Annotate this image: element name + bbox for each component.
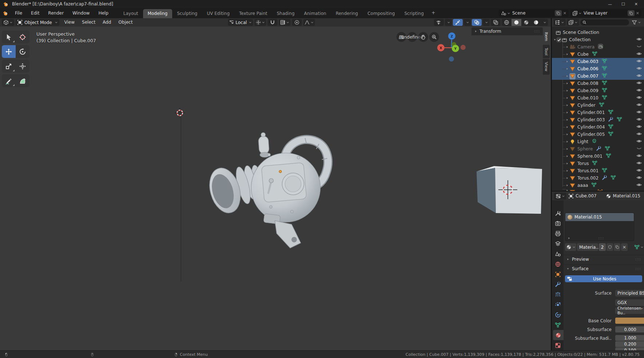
outliner-row[interactable]: Sphere <box>552 145 644 153</box>
subsurface-radius-value-1[interactable]: 0.200 <box>615 341 644 347</box>
material-users-count[interactable]: 2 <box>599 243 606 251</box>
disclosure-right-icon[interactable] <box>566 53 569 56</box>
fake-user-button[interactable] <box>607 243 613 251</box>
new-view-layer-button[interactable] <box>628 10 635 16</box>
eye-toggle[interactable] <box>636 160 642 167</box>
outliner-row[interactable]: Cylinder.005 <box>552 131 644 138</box>
disclosure-right-icon[interactable] <box>566 169 569 172</box>
subsurface-method-dropdown[interactable]: Christensen-Bu.. <box>615 307 644 314</box>
material-slot[interactable]: Material.015 <box>565 213 634 221</box>
disclosure-right-icon[interactable] <box>566 147 569 150</box>
eye-toggle[interactable] <box>636 87 642 94</box>
remove-view-layer-button[interactable]: ✕ <box>636 11 639 16</box>
link-mesh-dropdown[interactable] <box>634 243 644 251</box>
surface-shader-button[interactable]: Principled BS.. <box>615 290 644 296</box>
gizmos-toggle[interactable] <box>453 19 463 26</box>
eye-toggle[interactable] <box>636 66 642 72</box>
tool-select[interactable] <box>2 31 16 43</box>
outliner-row[interactable]: Cube.003 <box>552 58 644 65</box>
outliner-row-scene-collection[interactable]: Scene Collection <box>552 29 644 36</box>
properties-tab-data[interactable] <box>552 320 564 330</box>
visibility-dropdown[interactable] <box>434 19 444 26</box>
workspace-tab-shading[interactable]: Shading <box>272 9 299 18</box>
workspace-tab-uv-editing[interactable]: UV Editing <box>202 9 234 18</box>
disclosure-right-icon[interactable] <box>566 67 569 70</box>
outliner-row[interactable]: Cylinder.001 <box>552 109 644 116</box>
outliner-row[interactable]: Cylinder.004 <box>552 123 644 131</box>
menu-edit[interactable]: Edit <box>27 8 44 18</box>
snap-toggle[interactable] <box>268 19 277 26</box>
tool-transform[interactable] <box>16 60 29 72</box>
eye-toggle[interactable] <box>636 36 642 43</box>
material-slot-list[interactable]: Material.015 :::: <box>565 213 634 241</box>
disclosure-right-icon[interactable] <box>566 162 569 165</box>
disclosure-right-icon[interactable] <box>566 82 569 85</box>
axis-neg-z[interactable] <box>449 56 454 62</box>
zoom-view-button[interactable] <box>429 32 439 42</box>
properties-tab-object[interactable] <box>552 269 564 279</box>
distribution-dropdown[interactable]: GGX <box>615 299 644 306</box>
close-button[interactable]: ✕ <box>635 2 638 7</box>
eye-toggle[interactable] <box>636 153 642 160</box>
tool-move[interactable] <box>2 45 16 58</box>
outliner-row[interactable]: Cube.006 <box>552 65 644 72</box>
disclosure-right-icon[interactable] <box>566 126 569 129</box>
shading-rendered[interactable] <box>531 19 541 26</box>
raygun-model[interactable] <box>205 133 328 248</box>
mode-dropdown[interactable]: Object Mode <box>16 19 59 26</box>
overlays-toggle[interactable] <box>472 19 482 26</box>
tool-rotate[interactable] <box>16 45 29 58</box>
outliner-row[interactable]: Camera <box>552 43 644 51</box>
eye-toggle[interactable] <box>636 80 642 87</box>
shading-dropdown[interactable] <box>541 19 548 26</box>
eye-toggle[interactable] <box>636 109 642 116</box>
workspace-tab-layout[interactable]: Layout <box>119 9 143 18</box>
properties-tab-material[interactable] <box>553 330 564 340</box>
properties-editor-type-button[interactable] <box>554 193 566 200</box>
tool-measure[interactable] <box>16 74 29 87</box>
disclosure-right-icon[interactable] <box>566 133 569 136</box>
viewport-3d[interactable]: Z X Y User Perspective (39) Collection |… <box>0 27 551 350</box>
app-menu-icon[interactable] <box>3 11 8 16</box>
workspace-tab-compositing[interactable]: Compositing <box>363 9 399 18</box>
outliner-row[interactable]: Sphere.001 <box>552 153 644 160</box>
transform-orientation[interactable]: Local <box>228 19 253 26</box>
proportional-editing[interactable] <box>292 19 302 26</box>
disclosure-right-icon[interactable] <box>566 118 569 121</box>
pan-view-button[interactable] <box>418 32 428 42</box>
subsurface-slider[interactable]: 0.000 <box>615 326 644 333</box>
workspace-tab-modeling[interactable]: Modeling <box>143 9 173 18</box>
unlink-material-button[interactable]: ✕ <box>621 243 628 251</box>
disclosure-right-icon[interactable] <box>566 75 569 78</box>
properties-tab-particles[interactable] <box>552 290 564 300</box>
maximize-button[interactable]: ☐ <box>621 2 625 7</box>
disclosure-right-icon[interactable] <box>566 97 569 99</box>
eye-toggle[interactable] <box>636 117 642 123</box>
eye-toggle[interactable] <box>636 138 642 145</box>
snap-with[interactable] <box>279 19 291 26</box>
subsurface-radius-value-2[interactable]: 0.100 <box>615 347 644 350</box>
disclosure-right-icon[interactable] <box>566 155 569 158</box>
workspace-tab-scripting[interactable]: Scripting <box>400 9 428 18</box>
outliner-row[interactable]: Torus.001 <box>552 167 644 174</box>
viewport-menu-object[interactable]: Object <box>115 18 136 27</box>
workspace-tab-sculpting[interactable]: Sculpting <box>172 9 202 18</box>
copy-material-button[interactable] <box>614 243 620 251</box>
pivot-point[interactable] <box>254 19 266 26</box>
gizmos-toggle-dropdown[interactable] <box>464 19 471 26</box>
shading-wireframe[interactable] <box>502 19 511 26</box>
outliner-row-collection[interactable]: Collection <box>552 36 644 43</box>
sidebar-tab-tool[interactable]: Tool <box>543 45 550 58</box>
outliner-row[interactable]: Cube.008 <box>552 80 644 87</box>
eye-toggle[interactable] <box>636 146 642 152</box>
outliner-row[interactable]: Cube.010 <box>552 94 644 102</box>
workspace-tab-animation[interactable]: Animation <box>299 9 331 18</box>
view-layer-selector[interactable]: View Layer ✕ <box>570 9 641 17</box>
surface-panel-header[interactable]: Surface :::: <box>564 264 644 272</box>
disclosure-right-icon[interactable] <box>566 46 569 48</box>
workspace-tab-rendering[interactable]: Rendering <box>331 9 363 18</box>
properties-tab-scene[interactable] <box>552 249 564 259</box>
minimize-button[interactable]: — <box>608 2 612 7</box>
collection-checkbox[interactable] <box>556 37 562 43</box>
subsurface-radius-value-0[interactable]: 1.000 <box>615 335 644 341</box>
